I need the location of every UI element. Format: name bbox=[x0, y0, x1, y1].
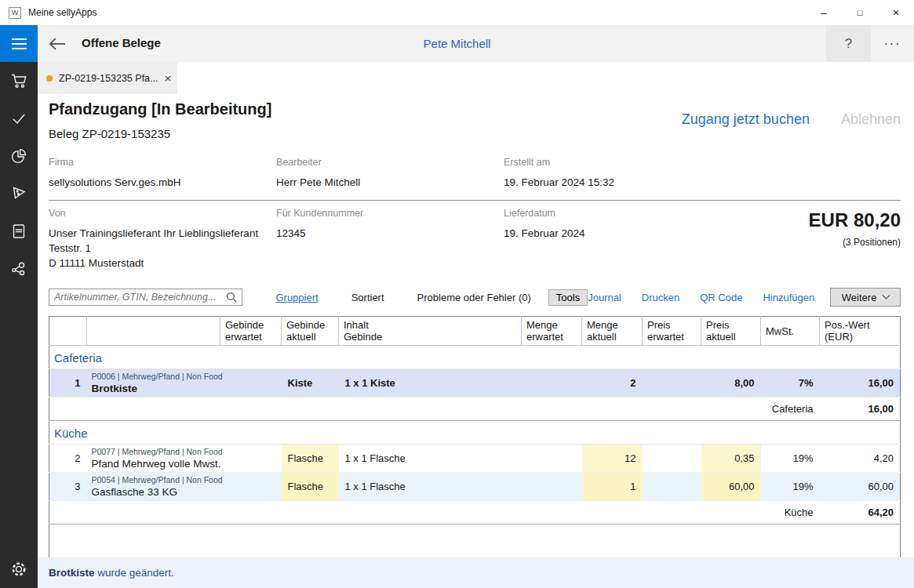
gebinde-aktuell-cell[interactable]: Flasche bbox=[282, 473, 339, 501]
table-row[interactable]: 3 P0054 | Mehrweg/Pfand | Non Food Gasfl… bbox=[49, 473, 901, 501]
positions-table: Gebinde erwartet Gebinde aktuell Inhalt … bbox=[49, 316, 901, 561]
mwst-cell: 19% bbox=[761, 473, 820, 501]
article-cell: P0006 | Mehrweg/Pfand | Non Food Brotkis… bbox=[87, 369, 282, 397]
inhalt-gebinde-cell: 1 x 1 Flasche bbox=[339, 473, 522, 501]
inhalt-gebinde-cell: 1 x 1 Flasche bbox=[339, 445, 522, 473]
table-row[interactable]: 1 P0006 | Mehrweg/Pfand | Non Food Brotk… bbox=[49, 369, 901, 397]
unsaved-dot-icon bbox=[46, 75, 53, 82]
position-count: (3 Positionen) bbox=[731, 237, 901, 248]
field-von: Von Unser Trainingslieferant Ihr Lieblin… bbox=[49, 208, 276, 270]
tab-strip: ZP-0219-153235 Pfa... × bbox=[38, 62, 914, 94]
print-link[interactable]: Drucken bbox=[642, 292, 679, 303]
sort-toggle[interactable]: Sortiert bbox=[351, 292, 384, 303]
chevron-down-icon bbox=[883, 291, 890, 299]
menge-erwartet-cell bbox=[522, 473, 582, 501]
status-message: wurde geändert. bbox=[95, 567, 174, 579]
more-actions-dropdown[interactable]: Weitere bbox=[830, 288, 901, 307]
preis-erwartet-cell bbox=[643, 445, 701, 473]
field-firma: Firma sellysolutions Serv.ges.mbH bbox=[49, 157, 276, 190]
share-icon[interactable] bbox=[0, 250, 38, 288]
group-header-cafeteria: Cafeteria bbox=[49, 346, 901, 369]
close-button[interactable]: × bbox=[878, 0, 914, 25]
help-button[interactable]: ? bbox=[826, 25, 871, 62]
article-cell: P0077 | Mehrweg/Pfand | Non Food Pfand M… bbox=[87, 445, 282, 473]
positions-toolbar: Gruppiert Sortiert Probleme oder Fehler … bbox=[49, 288, 901, 307]
gebinde-aktuell-cell[interactable]: Kiste bbox=[282, 369, 339, 397]
book-icon[interactable] bbox=[0, 212, 38, 250]
menge-aktuell-cell[interactable]: 1 bbox=[582, 473, 643, 501]
journal-link[interactable]: Journal bbox=[588, 292, 621, 303]
pos-wert-cell: 60,00 bbox=[820, 473, 901, 501]
table-header-row: Gebinde erwartet Gebinde aktuell Inhalt … bbox=[49, 317, 901, 346]
document-total: EUR 80,20 (3 Positionen) bbox=[731, 208, 901, 270]
gear-icon[interactable] bbox=[0, 550, 38, 588]
window-titlebar: W Meine sellyApps – □ × bbox=[0, 0, 914, 25]
status-subject: Brotkiste bbox=[49, 567, 95, 579]
field-erstellt-am: Erstellt am 19. Februar 2024 15:32 bbox=[504, 157, 901, 190]
group-header-kueche: Küche bbox=[49, 421, 901, 445]
row-number: 3 bbox=[49, 473, 87, 501]
checkmark-icon[interactable] bbox=[0, 100, 38, 137]
qr-code-link[interactable]: QR Code bbox=[700, 292, 742, 303]
menge-aktuell-cell[interactable]: 2 bbox=[582, 369, 643, 397]
menge-aktuell-cell[interactable]: 12 bbox=[582, 445, 643, 473]
tab-label: ZP-0219-153235 Pfa... bbox=[59, 73, 158, 84]
row-number: 2 bbox=[49, 445, 87, 473]
add-link[interactable]: Hinzufügen bbox=[763, 292, 814, 303]
preis-erwartet-cell bbox=[643, 473, 701, 501]
preis-aktuell-cell[interactable]: 8,00 bbox=[701, 369, 761, 397]
preis-aktuell-cell[interactable]: 60,00 bbox=[701, 473, 761, 501]
menge-erwartet-cell bbox=[522, 369, 582, 397]
total-amount: EUR 80,20 bbox=[731, 209, 901, 231]
menge-erwartet-cell bbox=[522, 445, 582, 473]
reject-button[interactable]: Ablehnen bbox=[841, 111, 901, 128]
minimize-button[interactable]: – bbox=[806, 0, 842, 25]
status-bar: Brotkiste wurde geändert. bbox=[38, 557, 914, 588]
pos-wert-cell: 4,20 bbox=[820, 445, 901, 473]
gebinde-aktuell-cell[interactable]: Flasche bbox=[282, 445, 339, 473]
row-number: 1 bbox=[49, 369, 87, 397]
group-toggle[interactable]: Gruppiert bbox=[275, 292, 318, 303]
current-user-button[interactable]: Pete Mitchell bbox=[0, 37, 914, 50]
document-content: Pfandzugang [In Bearbeitung] Beleg ZP-02… bbox=[38, 94, 914, 557]
document-title: Pfandzugang [In Bearbeitung] bbox=[49, 100, 271, 118]
maximize-button[interactable]: □ bbox=[842, 0, 878, 25]
search-icon bbox=[226, 292, 237, 303]
article-cell: P0054 | Mehrweg/Pfand | Non Food Gasflas… bbox=[87, 473, 282, 501]
more-options-button[interactable]: ··· bbox=[871, 25, 914, 62]
search-input[interactable] bbox=[54, 292, 226, 303]
window-title: Meine sellyApps bbox=[28, 7, 96, 18]
problems-filter[interactable]: Probleme oder Fehler (0) bbox=[417, 292, 531, 303]
document-tab[interactable]: ZP-0219-153235 Pfa... × bbox=[38, 62, 177, 94]
app-header: Offene Belege Pete Mitchell ? ··· bbox=[0, 25, 914, 62]
inhalt-gebinde-cell: 1 x 1 Kiste bbox=[339, 369, 522, 397]
book-receipt-button[interactable]: Zugang jetzt buchen bbox=[682, 111, 810, 128]
table-row[interactable]: 2 P0077 | Mehrweg/Pfand | Non Food Pfand… bbox=[49, 445, 901, 473]
app-logo-icon: W bbox=[9, 7, 21, 19]
tab-close-icon[interactable]: × bbox=[164, 71, 171, 85]
preis-erwartet-cell bbox=[643, 369, 701, 397]
preis-aktuell-cell[interactable]: 0,35 bbox=[701, 445, 761, 473]
field-lieferdatum: Lieferdatum 19. Februar 2024 bbox=[504, 208, 731, 270]
sidebar bbox=[0, 62, 38, 588]
subtotal-row-kueche: Küche 64,20 bbox=[49, 501, 901, 524]
article-search-box[interactable] bbox=[49, 289, 242, 306]
cart-icon[interactable] bbox=[0, 62, 38, 100]
document-number: Beleg ZP-0219-153235 bbox=[49, 127, 271, 140]
field-bearbeiter: Bearbeiter Herr Pete Mitchell bbox=[276, 157, 504, 190]
mwst-cell: 7% bbox=[761, 369, 820, 397]
tools-button[interactable]: Tools bbox=[548, 289, 588, 306]
subtotal-row-cafeteria: Cafeteria 16,00 bbox=[49, 397, 901, 421]
pie-chart-icon[interactable] bbox=[0, 137, 38, 175]
pennant-icon[interactable] bbox=[0, 175, 38, 212]
pos-wert-cell: 16,00 bbox=[820, 369, 901, 397]
field-kundennummer: Für Kundennummer 12345 bbox=[276, 208, 504, 270]
mwst-cell: 19% bbox=[761, 445, 820, 473]
table-filler-row bbox=[49, 524, 901, 561]
